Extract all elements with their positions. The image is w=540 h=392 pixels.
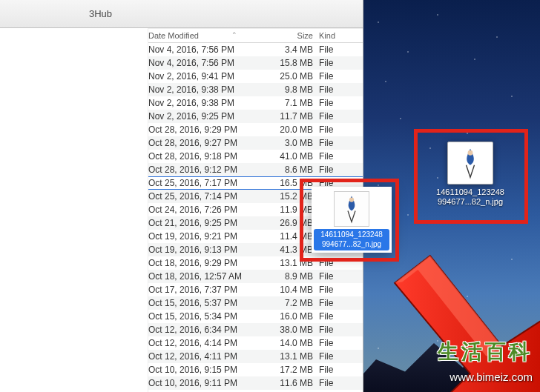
file-row[interactable]: Nov 2, 2016, 9:38 PM7.1 MBFile (148, 96, 363, 110)
file-date: Oct 28, 2016, 9:18 PM (148, 151, 274, 162)
name-column-area[interactable] (0, 28, 148, 392)
file-row[interactable]: Oct 28, 2016, 9:12 PM8.6 MBFile (148, 163, 363, 176)
file-kind: File (319, 285, 349, 295)
file-date: Oct 28, 2016, 9:12 PM (148, 165, 274, 175)
file-row[interactable]: Nov 2, 2016, 9:41 PM25.0 MBFile (148, 70, 363, 83)
file-row[interactable]: Oct 12, 2016, 4:11 PM13.1 MBFile (148, 350, 363, 363)
file-row[interactable]: Nov 4, 2016, 7:56 PM3.4 MBFile (148, 43, 363, 56)
file-size: 11.6 MB (274, 378, 319, 388)
file-size: 3.4 MB (274, 44, 319, 55)
date-column-label: Date Modified (148, 31, 199, 40)
file-row[interactable]: Oct 15, 2016, 5:37 PM7.2 MBFile (148, 296, 363, 310)
desktop-thumbnail-image (447, 142, 493, 185)
file-row[interactable]: Oct 10, 2016, 9:15 PM17.2 MBFile (148, 363, 363, 376)
kind-column-header[interactable]: Kind (319, 31, 349, 40)
dragged-file-thumbnail[interactable]: 14611094_123248 994677...82_n.jpg (312, 187, 392, 253)
file-kind: File (319, 71, 349, 82)
dragged-file-name: 14611094_123248 994677...82_n.jpg (314, 229, 389, 250)
dragged-file-name-line1: 14611094_123248 (317, 230, 386, 240)
file-kind: File (319, 165, 349, 175)
file-kind: File (319, 138, 349, 148)
file-size: 8.9 MB (274, 271, 319, 282)
file-row[interactable]: Oct 17, 2016, 7:37 PM10.4 MBFile (148, 283, 363, 296)
file-date: Oct 10, 2016, 9:11 PM (148, 378, 274, 388)
window-toolbar[interactable]: 3Hub (0, 0, 363, 28)
file-date: Oct 12, 2016, 6:34 PM (148, 325, 274, 335)
desktop-file-icon[interactable]: 14611094_123248 994677...82_n.jpg (426, 142, 515, 207)
size-column-header[interactable]: Size (274, 31, 319, 40)
file-size: 38.0 MB (274, 325, 319, 335)
file-date: Nov 4, 2016, 7:56 PM (148, 58, 274, 68)
file-row[interactable]: Nov 2, 2016, 9:38 PM9.8 MBFile (148, 83, 363, 96)
watermark-text-cn: 生活百科 (438, 338, 533, 366)
desktop-file-name: 14611094_123248 994677...82_n.jpg (436, 187, 504, 207)
file-size: 13.1 MB (274, 351, 319, 362)
file-kind: File (319, 325, 349, 335)
svg-point-0 (349, 197, 354, 202)
file-date: Oct 19, 2016, 9:21 PM (148, 231, 274, 242)
file-row[interactable]: Oct 10, 2016, 9:11 PM11.6 MBFile (148, 376, 363, 390)
file-row[interactable]: Oct 18, 2016, 12:57 AM8.9 MBFile (148, 270, 363, 283)
file-row[interactable]: Oct 15, 2016, 5:34 PM16.0 MBFile (148, 310, 363, 323)
file-kind: File (319, 311, 349, 322)
file-size: 9.8 MB (274, 84, 319, 95)
file-kind: File (319, 111, 349, 122)
desktop-file-name-line2: 994677...82_n.jpg (436, 197, 504, 207)
file-date: Oct 10, 2016, 9:15 PM (148, 365, 274, 375)
file-kind: File (319, 151, 349, 162)
file-date: Oct 25, 2016, 7:17 PM (148, 178, 274, 188)
file-row[interactable]: Oct 28, 2016, 9:29 PM20.0 MBFile (148, 123, 363, 136)
file-date: Oct 19, 2016, 9:13 PM (148, 245, 274, 255)
file-size: 20.0 MB (274, 124, 319, 135)
file-size: 16.0 MB (274, 311, 319, 322)
file-kind: File (319, 124, 349, 135)
file-size: 11.7 MB (274, 111, 319, 122)
file-row[interactable]: Oct 12, 2016, 6:34 PM38.0 MBFile (148, 323, 363, 336)
file-date: Oct 21, 2016, 9:25 PM (148, 218, 274, 228)
file-kind: File (319, 58, 349, 68)
file-row[interactable]: Nov 2, 2016, 9:25 PM11.7 MBFile (148, 110, 363, 123)
file-date: Oct 24, 2016, 7:26 PM (148, 205, 274, 215)
file-row[interactable]: Oct 18, 2016, 9:29 PM13.1 MBFile (148, 256, 363, 270)
file-size: 7.2 MB (274, 298, 319, 308)
desktop-file-name-line1: 14611094_123248 (436, 187, 504, 197)
file-size: 14.0 MB (274, 338, 319, 348)
file-kind: File (319, 351, 349, 362)
file-kind: File (319, 271, 349, 282)
dragged-file-name-line2: 994677...82_n.jpg (317, 240, 386, 250)
file-row[interactable]: Nov 4, 2016, 7:56 PM15.8 MBFile (148, 56, 363, 70)
date-column-header[interactable]: Date Modified ⌃ (148, 31, 274, 40)
file-date: Oct 12, 2016, 4:11 PM (148, 351, 274, 362)
file-date: Oct 28, 2016, 9:29 PM (148, 124, 274, 135)
file-kind: File (319, 258, 349, 268)
file-kind: File (319, 98, 349, 108)
file-size: 3.0 MB (274, 138, 319, 148)
file-size: 7.1 MB (274, 98, 319, 108)
file-row[interactable]: Oct 12, 2016, 4:14 PM14.0 MBFile (148, 336, 363, 350)
file-date: Nov 2, 2016, 9:25 PM (148, 111, 274, 122)
file-size: 10.4 MB (274, 285, 319, 295)
file-date: Oct 28, 2016, 9:27 PM (148, 138, 274, 148)
file-date: Oct 15, 2016, 5:34 PM (148, 311, 274, 322)
file-date: Oct 15, 2016, 5:37 PM (148, 298, 274, 308)
finder-window: 3Hub Date Modified ⌃ Size Kind Nov 4, 20… (0, 0, 363, 392)
file-date: Oct 25, 2016, 7:14 PM (148, 191, 274, 202)
file-kind: File (319, 44, 349, 55)
file-size: 15.8 MB (274, 58, 319, 68)
file-kind: File (319, 378, 349, 388)
file-date: Nov 2, 2016, 9:41 PM (148, 71, 274, 82)
sort-arrow-icon: ⌃ (231, 31, 237, 39)
file-date: Oct 18, 2016, 9:29 PM (148, 258, 274, 268)
file-size: 8.6 MB (274, 165, 319, 175)
file-size: 41.0 MB (274, 151, 319, 162)
file-kind: File (319, 298, 349, 308)
file-row[interactable]: Oct 28, 2016, 9:27 PM3.0 MBFile (148, 136, 363, 150)
file-date: Oct 18, 2016, 12:57 AM (148, 271, 274, 282)
file-kind: File (319, 84, 349, 95)
svg-point-1 (468, 150, 473, 156)
file-date: Nov 2, 2016, 9:38 PM (148, 98, 274, 108)
file-row[interactable]: Oct 28, 2016, 9:18 PM41.0 MBFile (148, 150, 363, 163)
file-kind: File (319, 365, 349, 375)
file-size: 17.2 MB (274, 365, 319, 375)
window-title: 3Hub (89, 8, 112, 19)
